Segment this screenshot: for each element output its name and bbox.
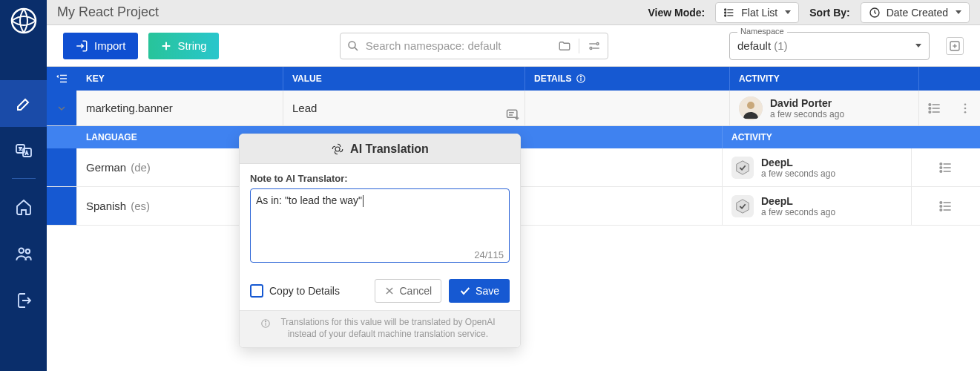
- svg-point-50: [940, 162, 942, 165]
- copy-to-details-checkbox[interactable]: Copy to Details: [250, 284, 367, 298]
- list-toggle-icon[interactable]: [927, 101, 942, 116]
- nav-translate-icon[interactable]: [0, 127, 47, 174]
- sort-by-dropdown[interactable]: Date Created: [861, 2, 970, 23]
- import-icon: [75, 39, 88, 53]
- svg-line-16: [355, 47, 358, 50]
- column-activity-sub[interactable]: ACTIVITY: [723, 126, 980, 148]
- activity-time: a few seconds ago: [761, 207, 835, 217]
- nav-users-icon[interactable]: [0, 230, 47, 277]
- deepl-icon: [731, 157, 754, 179]
- chevron-down-icon: [785, 10, 791, 14]
- activity-name: DeepL: [761, 157, 835, 168]
- svg-point-44: [964, 107, 967, 109]
- ai-translation-popover: AI Translation Note to AI Translator: As…: [239, 134, 521, 348]
- column-details[interactable]: DETAILS: [525, 67, 730, 91]
- svg-rect-30: [507, 110, 517, 117]
- activity-time: a few seconds ago: [761, 168, 835, 179]
- activity-cell: DeepL a few seconds ago: [723, 187, 912, 225]
- search-input-wrap[interactable]: [340, 33, 608, 59]
- svg-point-18: [596, 42, 599, 45]
- toolbar: Import String Namespace default (1): [47, 25, 980, 67]
- svg-point-11: [725, 15, 726, 16]
- svg-point-43: [964, 103, 967, 105]
- nav-edit-icon[interactable]: [0, 80, 47, 127]
- popover-footer: Translations for this value will be tran…: [240, 310, 520, 347]
- add-string-button[interactable]: String: [148, 33, 219, 59]
- popover-title: AI Translation: [350, 142, 429, 156]
- language-code: (es): [131, 200, 150, 212]
- list-toggle-icon[interactable]: [912, 187, 980, 225]
- svg-point-4: [19, 248, 24, 253]
- logo-icon: [9, 6, 39, 36]
- language-name: German: [86, 161, 126, 174]
- svg-point-57: [940, 201, 942, 203]
- clock-icon: [869, 7, 881, 19]
- svg-point-5: [25, 249, 29, 253]
- chevron-down-icon: [56, 102, 68, 114]
- list-toggle-icon[interactable]: [912, 148, 980, 186]
- svg-point-20: [590, 47, 592, 49]
- popover-header: AI Translation: [240, 134, 520, 164]
- plus-icon: [160, 40, 172, 52]
- column-value[interactable]: VALUE: [283, 67, 525, 91]
- activity-cell: David Porter a few seconds ago: [730, 91, 919, 125]
- value-cell[interactable]: Lead: [283, 91, 525, 125]
- openai-icon: [331, 142, 344, 156]
- filter-icon[interactable]: [587, 39, 602, 53]
- key-cell: marketing.banner: [77, 91, 283, 125]
- checkbox-icon[interactable]: [250, 284, 263, 298]
- message-add-icon[interactable]: [505, 108, 520, 122]
- note-textarea[interactable]: [250, 188, 510, 263]
- search-icon: [346, 39, 360, 53]
- column-activity[interactable]: ACTIVITY: [730, 67, 919, 91]
- svg-point-41: [929, 107, 931, 109]
- nav-home-icon[interactable]: [0, 183, 47, 230]
- activity-name: DeepL: [761, 195, 835, 207]
- chevron-down-icon: [956, 10, 961, 14]
- svg-point-58: [940, 205, 942, 207]
- more-menu-icon[interactable]: [958, 102, 972, 115]
- title-bar: My React Project View Mode: Flat List So…: [47, 0, 980, 25]
- table-row[interactable]: marketing.banner Lead David Porter a few…: [47, 91, 980, 126]
- column-key[interactable]: KEY: [77, 67, 283, 91]
- svg-point-52: [940, 170, 942, 172]
- activity-name: David Porter: [770, 97, 844, 109]
- add-namespace-button[interactable]: [946, 37, 964, 55]
- grid-header: KEY VALUE DETAILS ACTIVITY: [47, 67, 980, 91]
- namespace-dropdown[interactable]: Namespace default (1): [729, 32, 930, 60]
- svg-point-9: [725, 9, 726, 10]
- namespace-count: (1): [774, 39, 787, 52]
- list-icon: [723, 7, 735, 19]
- close-icon: [384, 286, 395, 296]
- folder-icon[interactable]: [558, 39, 571, 53]
- activity-cell: DeepL a few seconds ago: [723, 148, 912, 186]
- view-mode-label: View Mode:: [648, 7, 705, 19]
- info-icon: [260, 318, 271, 329]
- sort-by-label: Sort By:: [809, 7, 849, 19]
- import-label: Import: [94, 39, 126, 52]
- svg-marker-46: [737, 160, 749, 174]
- string-label: String: [178, 39, 207, 52]
- sort-by-value: Date Created: [887, 7, 948, 19]
- view-mode-dropdown[interactable]: Flat List: [715, 2, 799, 23]
- svg-point-0: [12, 9, 36, 33]
- view-mode-value: Flat List: [741, 7, 777, 19]
- search-input[interactable]: [366, 39, 552, 52]
- expand-column-header-icon[interactable]: [47, 67, 77, 91]
- svg-marker-53: [737, 199, 749, 212]
- global-sidebar: [0, 0, 47, 371]
- namespace-value: default: [737, 39, 771, 52]
- svg-point-15: [349, 42, 355, 48]
- chevron-down-icon: [915, 44, 921, 47]
- nav-export-icon[interactable]: [0, 277, 47, 324]
- deepl-icon: [731, 195, 754, 217]
- char-count: 24/115: [474, 249, 504, 260]
- svg-rect-1: [18, 98, 30, 110]
- import-button[interactable]: Import: [63, 33, 138, 59]
- save-button[interactable]: Save: [449, 279, 510, 303]
- svg-point-29: [581, 76, 582, 77]
- check-icon: [459, 285, 471, 297]
- row-collapse-toggle[interactable]: [47, 91, 77, 125]
- svg-point-59: [940, 209, 942, 211]
- cancel-button[interactable]: Cancel: [375, 279, 441, 303]
